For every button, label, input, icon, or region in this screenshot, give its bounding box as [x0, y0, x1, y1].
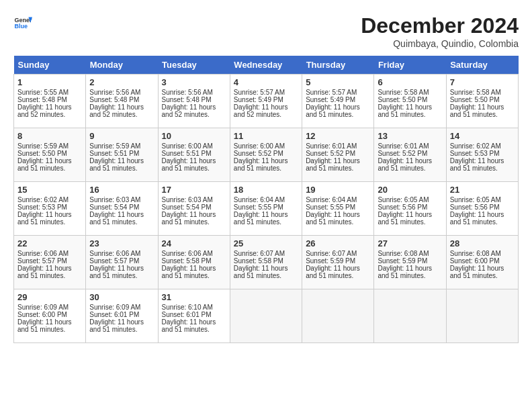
day-number: 6	[378, 77, 442, 87]
day-info: Sunrise: 6:08 AMSunset: 6:00 PMDaylight:…	[450, 250, 504, 279]
day-header-tuesday: Tuesday	[158, 56, 230, 75]
calendar-cell: 26Sunrise: 6:07 AMSunset: 5:59 PMDayligh…	[302, 236, 374, 289]
calendar-cell: 24Sunrise: 6:06 AMSunset: 5:58 PMDayligh…	[158, 236, 230, 289]
page-header: General Blue December 2024 Quimbaya, Qui…	[13, 13, 519, 49]
calendar-cell: 4Sunrise: 5:57 AMSunset: 5:49 PMDaylight…	[230, 75, 302, 128]
week-row-4: 22Sunrise: 6:06 AMSunset: 5:57 PMDayligh…	[14, 236, 519, 289]
day-header-friday: Friday	[374, 56, 446, 75]
calendar-cell: 7Sunrise: 5:58 AMSunset: 5:50 PMDaylight…	[446, 75, 518, 128]
day-number: 14	[450, 131, 515, 141]
day-header-thursday: Thursday	[302, 56, 374, 75]
day-number: 7	[450, 77, 515, 87]
day-info: Sunrise: 6:01 AMSunset: 5:52 PMDaylight:…	[306, 142, 360, 172]
day-number: 23	[89, 238, 154, 248]
day-number: 12	[306, 131, 370, 141]
day-info: Sunrise: 6:04 AMSunset: 5:55 PMDaylight:…	[234, 196, 288, 226]
day-header-monday: Monday	[86, 56, 158, 75]
day-number: 17	[162, 185, 226, 195]
day-number: 2	[89, 77, 154, 87]
day-number: 26	[306, 238, 370, 248]
day-info: Sunrise: 6:02 AMSunset: 5:53 PMDaylight:…	[17, 196, 72, 226]
day-info: Sunrise: 6:03 AMSunset: 5:54 PMDaylight:…	[89, 196, 144, 226]
day-info: Sunrise: 6:09 AMSunset: 6:00 PMDaylight:…	[17, 304, 72, 333]
calendar-cell: 6Sunrise: 5:58 AMSunset: 5:50 PMDaylight…	[374, 75, 446, 128]
calendar-cell: 23Sunrise: 6:06 AMSunset: 5:57 PMDayligh…	[86, 236, 158, 289]
day-number: 31	[162, 292, 226, 302]
location-title: Quimbaya, Quindio, Colombia	[361, 38, 519, 49]
calendar-cell: 29Sunrise: 6:09 AMSunset: 6:00 PMDayligh…	[14, 289, 86, 343]
calendar-cell: 8Sunrise: 5:59 AMSunset: 5:50 PMDaylight…	[14, 128, 86, 182]
day-number: 24	[162, 238, 226, 248]
day-header-saturday: Saturday	[446, 56, 518, 75]
logo-icon: General Blue	[13, 13, 32, 32]
day-info: Sunrise: 6:05 AMSunset: 5:56 PMDaylight:…	[450, 196, 504, 226]
day-info: Sunrise: 6:03 AMSunset: 5:54 PMDaylight:…	[162, 196, 216, 226]
calendar-cell	[230, 289, 302, 343]
calendar-cell: 15Sunrise: 6:02 AMSunset: 5:53 PMDayligh…	[14, 182, 86, 236]
day-info: Sunrise: 5:58 AMSunset: 5:50 PMDaylight:…	[450, 89, 504, 118]
week-row-3: 15Sunrise: 6:02 AMSunset: 5:53 PMDayligh…	[14, 182, 519, 236]
title-area: December 2024 Quimbaya, Quindio, Colombi…	[361, 13, 519, 49]
day-header-sunday: Sunday	[14, 56, 86, 75]
day-number: 3	[162, 77, 226, 87]
day-number: 11	[234, 131, 298, 141]
day-number: 28	[450, 238, 515, 248]
day-info: Sunrise: 5:57 AMSunset: 5:49 PMDaylight:…	[306, 89, 360, 118]
calendar-cell: 13Sunrise: 6:01 AMSunset: 5:52 PMDayligh…	[374, 128, 446, 182]
calendar-cell: 30Sunrise: 6:09 AMSunset: 6:01 PMDayligh…	[86, 289, 158, 343]
week-row-2: 8Sunrise: 5:59 AMSunset: 5:50 PMDaylight…	[14, 128, 519, 182]
calendar-cell: 11Sunrise: 6:00 AMSunset: 5:52 PMDayligh…	[230, 128, 302, 182]
calendar-cell: 25Sunrise: 6:07 AMSunset: 5:58 PMDayligh…	[230, 236, 302, 289]
day-info: Sunrise: 6:02 AMSunset: 5:53 PMDaylight:…	[450, 142, 504, 172]
day-info: Sunrise: 6:07 AMSunset: 5:59 PMDaylight:…	[306, 250, 360, 279]
day-info: Sunrise: 6:09 AMSunset: 6:01 PMDaylight:…	[89, 304, 144, 333]
svg-text:Blue: Blue	[14, 23, 28, 30]
calendar-cell: 3Sunrise: 5:56 AMSunset: 5:48 PMDaylight…	[158, 75, 230, 128]
day-info: Sunrise: 6:07 AMSunset: 5:58 PMDaylight:…	[234, 250, 288, 279]
calendar-cell: 2Sunrise: 5:56 AMSunset: 5:48 PMDaylight…	[86, 75, 158, 128]
week-row-1: 1Sunrise: 5:55 AMSunset: 5:48 PMDaylight…	[14, 75, 519, 128]
week-row-5: 29Sunrise: 6:09 AMSunset: 6:00 PMDayligh…	[14, 289, 519, 343]
day-info: Sunrise: 6:10 AMSunset: 6:01 PMDaylight:…	[162, 304, 216, 333]
day-info: Sunrise: 5:59 AMSunset: 5:51 PMDaylight:…	[89, 142, 144, 172]
calendar-cell: 14Sunrise: 6:02 AMSunset: 5:53 PMDayligh…	[446, 128, 518, 182]
day-info: Sunrise: 5:59 AMSunset: 5:50 PMDaylight:…	[17, 142, 72, 172]
calendar-cell: 27Sunrise: 6:08 AMSunset: 5:59 PMDayligh…	[374, 236, 446, 289]
calendar-cell: 17Sunrise: 6:03 AMSunset: 5:54 PMDayligh…	[158, 182, 230, 236]
day-info: Sunrise: 6:00 AMSunset: 5:52 PMDaylight:…	[234, 142, 288, 172]
day-number: 29	[17, 292, 82, 302]
calendar-cell: 1Sunrise: 5:55 AMSunset: 5:48 PMDaylight…	[14, 75, 86, 128]
calendar-cell: 5Sunrise: 5:57 AMSunset: 5:49 PMDaylight…	[302, 75, 374, 128]
day-info: Sunrise: 6:04 AMSunset: 5:55 PMDaylight:…	[306, 196, 360, 226]
day-number: 20	[378, 185, 442, 195]
calendar-cell: 19Sunrise: 6:04 AMSunset: 5:55 PMDayligh…	[302, 182, 374, 236]
calendar-cell: 28Sunrise: 6:08 AMSunset: 6:00 PMDayligh…	[446, 236, 518, 289]
day-number: 21	[450, 185, 515, 195]
calendar-cell: 9Sunrise: 5:59 AMSunset: 5:51 PMDaylight…	[86, 128, 158, 182]
day-info: Sunrise: 6:06 AMSunset: 5:57 PMDaylight:…	[89, 250, 144, 279]
day-info: Sunrise: 6:06 AMSunset: 5:57 PMDaylight:…	[17, 250, 72, 279]
day-info: Sunrise: 5:55 AMSunset: 5:48 PMDaylight:…	[17, 89, 72, 118]
day-number: 18	[234, 185, 298, 195]
calendar-cell: 22Sunrise: 6:06 AMSunset: 5:57 PMDayligh…	[14, 236, 86, 289]
calendar-cell	[374, 289, 446, 343]
day-number: 9	[89, 131, 154, 141]
month-title: December 2024	[361, 13, 519, 38]
calendar-cell: 16Sunrise: 6:03 AMSunset: 5:54 PMDayligh…	[86, 182, 158, 236]
calendar-cell	[302, 289, 374, 343]
calendar-cell: 20Sunrise: 6:05 AMSunset: 5:56 PMDayligh…	[374, 182, 446, 236]
day-info: Sunrise: 5:57 AMSunset: 5:49 PMDaylight:…	[234, 89, 288, 118]
day-number: 15	[17, 185, 82, 195]
day-info: Sunrise: 6:05 AMSunset: 5:56 PMDaylight:…	[378, 196, 432, 226]
logo: General Blue	[13, 13, 32, 32]
day-header-wednesday: Wednesday	[230, 56, 302, 75]
day-info: Sunrise: 6:00 AMSunset: 5:51 PMDaylight:…	[162, 142, 216, 172]
day-info: Sunrise: 5:56 AMSunset: 5:48 PMDaylight:…	[162, 89, 216, 118]
day-number: 5	[306, 77, 370, 87]
calendar-cell: 12Sunrise: 6:01 AMSunset: 5:52 PMDayligh…	[302, 128, 374, 182]
day-number: 27	[378, 238, 442, 248]
day-info: Sunrise: 6:08 AMSunset: 5:59 PMDaylight:…	[378, 250, 432, 279]
day-number: 30	[89, 292, 154, 302]
calendar-cell: 31Sunrise: 6:10 AMSunset: 6:01 PMDayligh…	[158, 289, 230, 343]
calendar-cell: 18Sunrise: 6:04 AMSunset: 5:55 PMDayligh…	[230, 182, 302, 236]
